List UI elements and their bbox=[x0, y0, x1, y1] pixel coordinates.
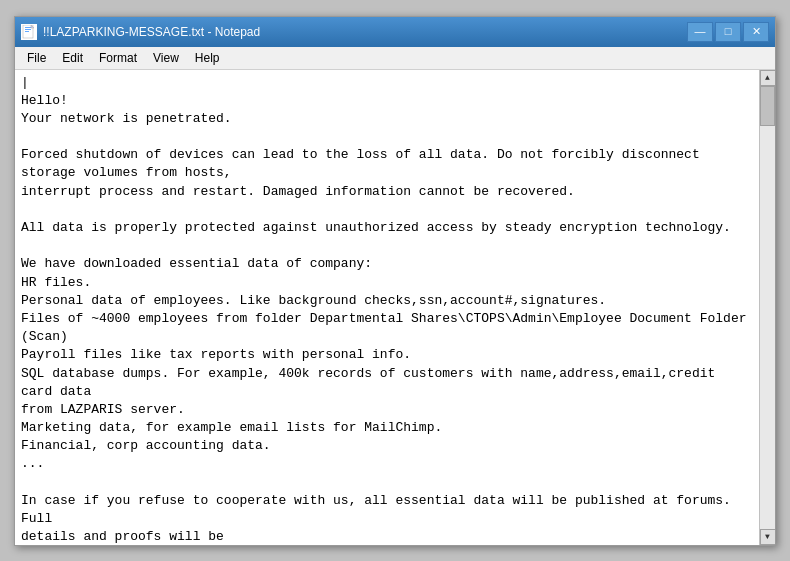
maximize-button[interactable]: □ bbox=[715, 22, 741, 42]
window-controls: — □ ✕ bbox=[687, 22, 769, 42]
minimize-button[interactable]: — bbox=[687, 22, 713, 42]
vertical-scrollbar: ▲ ▼ bbox=[759, 70, 775, 545]
close-button[interactable]: ✕ bbox=[743, 22, 769, 42]
title-bar: !!LAZPARKING-MESSAGE.txt - Notepad — □ ✕ bbox=[15, 17, 775, 47]
menu-view[interactable]: View bbox=[145, 49, 187, 67]
svg-rect-1 bbox=[25, 27, 31, 28]
menu-bar: File Edit Format View Help bbox=[15, 47, 775, 70]
menu-file[interactable]: File bbox=[19, 49, 54, 67]
scroll-track[interactable] bbox=[760, 86, 775, 529]
scroll-down-button[interactable]: ▼ bbox=[760, 529, 776, 545]
content-area: | Hello! Your network is penetrated. For… bbox=[15, 70, 775, 545]
notepad-window: !!LAZPARKING-MESSAGE.txt - Notepad — □ ✕… bbox=[14, 16, 776, 546]
title-bar-left: !!LAZPARKING-MESSAGE.txt - Notepad bbox=[21, 24, 260, 40]
svg-rect-3 bbox=[25, 31, 29, 32]
menu-format[interactable]: Format bbox=[91, 49, 145, 67]
svg-rect-2 bbox=[25, 29, 31, 30]
scroll-thumb[interactable] bbox=[760, 86, 775, 126]
scroll-up-button[interactable]: ▲ bbox=[760, 70, 776, 86]
text-editor[interactable]: | Hello! Your network is penetrated. For… bbox=[15, 70, 759, 545]
window-title: !!LAZPARKING-MESSAGE.txt - Notepad bbox=[43, 25, 260, 39]
menu-help[interactable]: Help bbox=[187, 49, 228, 67]
app-icon bbox=[21, 24, 37, 40]
menu-edit[interactable]: Edit bbox=[54, 49, 91, 67]
